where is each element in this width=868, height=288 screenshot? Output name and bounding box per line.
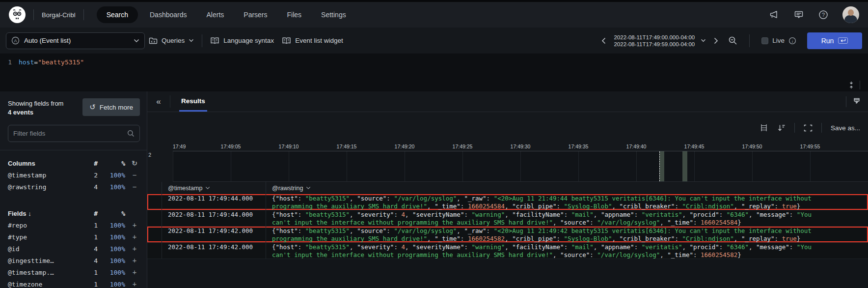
chart-y-axis: 2 <box>147 144 173 182</box>
column-field-row[interactable]: @timestamp 2 100% − <box>8 169 140 181</box>
rawstring-cell[interactable]: {"host": "beatty5315", "severity": 4, "s… <box>266 210 868 226</box>
language-syntax-link[interactable]: Language syntax <box>206 34 278 47</box>
info-icon[interactable]: i <box>788 37 796 45</box>
live-checkbox[interactable] <box>761 37 768 44</box>
user-avatar[interactable] <box>842 6 859 23</box>
fetch-more-button[interactable]: ↺ Fetch more <box>82 98 140 116</box>
percent-column-header: % <box>102 210 125 217</box>
add-column-icon[interactable]: + <box>129 233 140 241</box>
row-display-icon[interactable] <box>760 124 768 132</box>
nav-item-settings[interactable]: Settings <box>313 6 354 23</box>
column-field-row[interactable]: @rawstring 4 100% − <box>8 181 140 193</box>
chart-tick-label: 17:49:55 <box>800 144 820 149</box>
add-column-icon[interactable]: + <box>129 221 140 229</box>
timestamp-cell[interactable]: 2022-08-11 17:49:44.000 <box>162 210 266 226</box>
event-row[interactable]: 2022-08-11 17:49:44.000 {"host": "beatty… <box>147 194 868 210</box>
chevron-down-icon <box>134 39 139 43</box>
sort-order-icon[interactable] <box>777 124 786 132</box>
run-button[interactable]: Run <box>807 32 862 49</box>
columns-title: Columns <box>8 160 79 167</box>
add-column-icon[interactable]: + <box>129 245 140 253</box>
brush-icon[interactable] <box>852 97 861 106</box>
chart-tick-label: 17:49:40 <box>626 144 647 149</box>
chart-cursor-line <box>659 151 660 181</box>
nav-divider <box>83 9 84 20</box>
gutter-column-header <box>147 182 162 194</box>
rawstring-cell[interactable]: {"host": "beatty5315", "source": "/var/l… <box>266 194 868 210</box>
field-row[interactable]: @timestamp.… 1 100% + <box>8 266 140 278</box>
y-axis-max-label: 2 <box>148 152 151 158</box>
remove-column-icon[interactable]: − <box>129 171 140 179</box>
chart-plot <box>173 151 868 182</box>
view-mode-dropdown[interactable]: A Auto (Event list) <box>6 32 145 49</box>
event-row[interactable]: 2022-08-11 17:49:44.000 {"host": "beatty… <box>147 210 868 227</box>
timestamp-cell[interactable]: 2022-08-11 17:49:44.000 <box>162 194 266 210</box>
rawstring-cell[interactable]: {"host": "beatty5315", "source": "/var/l… <box>266 227 868 242</box>
chart-gridline <box>636 151 637 181</box>
field-row[interactable]: @ingesttime… 4 100% + <box>8 255 140 266</box>
chart-gridline <box>462 151 463 181</box>
queries-dropdown[interactable]: Queries <box>145 34 198 48</box>
editor-collapse-control[interactable] <box>848 81 860 89</box>
time-range-display[interactable]: 2022-08-11T17:49:00.000-04:00 2022-08-11… <box>614 34 695 48</box>
field-percent: 100% <box>102 183 125 191</box>
nav-item-files[interactable]: Files <box>279 6 310 23</box>
nav-item-alerts[interactable]: Alerts <box>199 6 232 23</box>
query-line-1[interactable]: 1 host="beatty5315" <box>0 58 868 66</box>
nav-item-parsers[interactable]: Parsers <box>236 6 275 23</box>
svg-text:i: i <box>792 38 793 43</box>
filter-fields-input[interactable] <box>13 130 127 137</box>
field-percent: 100% <box>102 222 125 229</box>
rawstring-cell[interactable]: {"host": "beatty5315", "severity": 4, "s… <box>266 243 868 259</box>
help-icon[interactable]: ? <box>818 9 829 20</box>
tab-results[interactable]: Results <box>179 91 207 112</box>
sort-descending-icon[interactable]: ↓ <box>28 210 31 217</box>
field-row[interactable]: @timezone 1 100% + <box>8 278 140 288</box>
nav-divider <box>33 9 34 20</box>
field-row[interactable]: #type 1 100% + <box>8 231 140 243</box>
megaphone-icon[interactable] <box>769 9 780 20</box>
timestamp-column-header[interactable]: @timestamp <box>162 182 266 194</box>
collapse-sidebar-icon[interactable]: « <box>147 91 170 112</box>
fit-to-window-icon[interactable] <box>804 124 813 132</box>
chart-bar[interactable] <box>659 151 664 181</box>
save-as-button[interactable]: Save as... <box>831 124 860 132</box>
query-editor[interactable]: 1 host="beatty5315" <box>0 54 868 91</box>
live-toggle[interactable]: Live i <box>760 37 798 45</box>
event-list-widget-link[interactable]: Event list widget <box>278 34 347 47</box>
results-table-header: @timestamp @rawstring <box>147 182 868 194</box>
sidebar-divider <box>0 150 147 150</box>
cribl-goat-logo-icon[interactable] <box>9 6 26 23</box>
filter-fields-box[interactable] <box>8 125 140 142</box>
event-row[interactable]: 2022-08-11 17:49:42.000 {"host": "beatty… <box>147 227 868 243</box>
feedback-icon[interactable] <box>793 9 804 20</box>
chart-bar[interactable] <box>682 151 687 181</box>
event-row[interactable]: 2022-08-11 17:49:42.000 {"host": "beatty… <box>147 243 868 259</box>
zoom-out-icon[interactable] <box>726 34 739 47</box>
svg-text:A: A <box>14 38 17 43</box>
chevron-down-icon[interactable] <box>701 39 706 42</box>
time-prev-button[interactable] <box>599 35 608 46</box>
chevron-down-icon <box>306 186 311 190</box>
time-next-button[interactable] <box>712 35 720 46</box>
nav-item-dashboards[interactable]: Dashboards <box>142 6 195 23</box>
rawstring-column-header[interactable]: @rawstring <box>266 182 868 194</box>
timestamp-cell[interactable]: 2022-08-11 17:49:42.000 <box>162 243 266 259</box>
chart-tick-label: 17:49:10 <box>279 144 299 149</box>
nav-item-search[interactable]: Search <box>97 6 138 23</box>
remove-column-icon[interactable]: − <box>129 183 140 191</box>
chart-gridline <box>289 151 289 181</box>
add-column-icon[interactable]: + <box>129 280 140 288</box>
svg-text:?: ? <box>822 12 825 18</box>
row-gutter-cell[interactable] <box>147 210 162 226</box>
row-gutter-cell[interactable] <box>147 243 162 259</box>
add-column-icon[interactable]: + <box>129 268 140 276</box>
add-column-icon[interactable]: + <box>129 257 140 264</box>
field-row[interactable]: @id 4 100% + <box>8 243 140 255</box>
row-gutter-cell[interactable] <box>147 194 162 210</box>
sync-columns-icon[interactable]: ↻ <box>129 159 140 167</box>
field-percent: 100% <box>102 257 125 264</box>
row-gutter-cell[interactable] <box>147 227 162 242</box>
timestamp-cell[interactable]: 2022-08-11 17:49:42.000 <box>162 227 266 242</box>
field-row[interactable]: #repo 1 100% + <box>8 219 140 231</box>
